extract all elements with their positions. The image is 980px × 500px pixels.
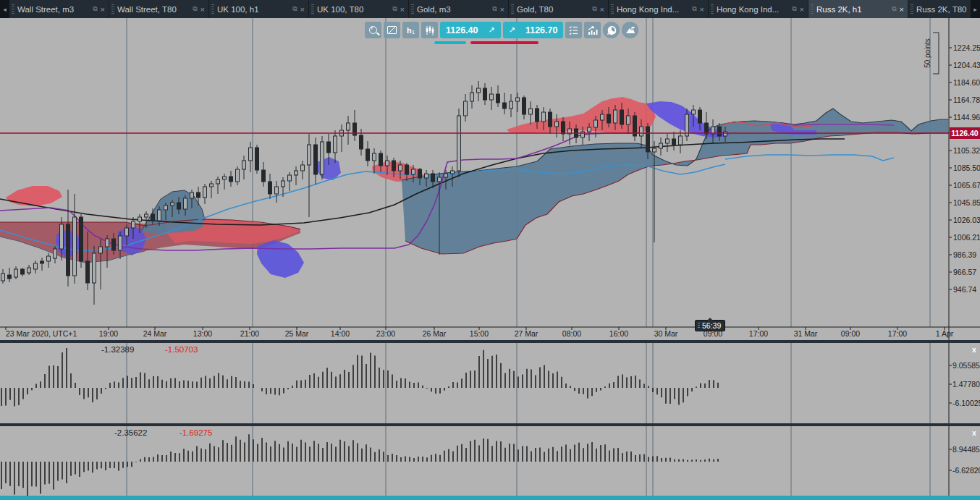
tab-uk-100-t80[interactable]: UK 100, T80⧉×	[309, 0, 408, 18]
chart-settings-button[interactable]	[384, 22, 400, 38]
panel2-value-dark: -2.35622	[114, 428, 147, 437]
tab-wall-street-m3[interactable]: Wall Street, m3⧉×	[9, 0, 109, 18]
tab-hong-kong-ind[interactable]: Hong Kong Ind...⧉×	[709, 0, 808, 18]
tab-popout-icon[interactable]: ⧉	[892, 5, 896, 13]
time-axis-label: 25 Mar	[285, 329, 309, 338]
tab-popout-icon[interactable]: ⧉	[692, 5, 696, 13]
tab-label: Russ 2K, h1	[816, 5, 889, 14]
panel-separator[interactable]	[0, 340, 980, 343]
price-axis-label: 1105.32	[953, 146, 980, 155]
tab-grip-icon[interactable]	[911, 4, 913, 14]
candle-countdown-tooltip: 56:39	[695, 320, 725, 331]
time-axis-label: 24 Mar	[143, 329, 167, 338]
tab-close-icon[interactable]: ×	[900, 5, 904, 14]
chart-tab-bar: ◂ Wall Street, m3⧉×Wall Street, T80⧉×UK …	[0, 0, 980, 18]
stats-arrow-icon	[588, 25, 598, 35]
tab-close-icon[interactable]: ×	[600, 5, 604, 14]
tab-close-icon[interactable]: ×	[800, 5, 804, 14]
sell-button[interactable]: 1126.40 ↗	[440, 22, 501, 38]
order-list-button[interactable]	[565, 22, 582, 38]
window-bottom-strip	[0, 496, 980, 500]
sell-price: 1126.40	[446, 25, 478, 35]
time-axis-label: 08:00	[562, 329, 581, 338]
panel1-axis-label: 1.47780	[952, 380, 980, 389]
tab-close-icon[interactable]: ×	[700, 5, 704, 14]
tab-label: Wall Street, T80	[117, 5, 190, 14]
tab-popout-icon[interactable]: ⧉	[193, 5, 197, 13]
tab-popout-icon[interactable]: ⧉	[392, 5, 397, 13]
time-axis-label: 09:00	[841, 329, 860, 338]
tab-grip-icon[interactable]	[611, 4, 614, 14]
tab-close-icon[interactable]: ×	[200, 5, 205, 14]
tab-uk-100-h1[interactable]: UK 100, h1⧉×	[209, 0, 308, 18]
tab-grip-icon[interactable]	[411, 4, 414, 14]
tab-close-icon[interactable]: ×	[300, 5, 305, 14]
time-axis-label: 23:00	[376, 329, 395, 338]
tab-close-icon[interactable]: ×	[101, 5, 105, 14]
tab-popout-icon[interactable]: ⧉	[592, 5, 596, 13]
indicators-button[interactable]	[584, 22, 601, 38]
time-axis-label: 19:00	[99, 329, 118, 338]
buy-arrow-icon: ↗	[509, 25, 515, 35]
tab-scroll-left-icon[interactable]: ◂	[0, 0, 9, 18]
time-axis-label: 1 Apr	[936, 329, 954, 338]
tab-russ-2k-h1[interactable]: Russ 2K, h1⧉×	[808, 0, 908, 18]
tab-grip-icon[interactable]	[211, 4, 214, 14]
zoom-button[interactable]	[365, 22, 381, 38]
tab-close-icon[interactable]: ×	[400, 5, 405, 14]
price-axis-label: 946.74	[953, 285, 976, 294]
tab-popout-icon[interactable]: ⧉	[492, 5, 497, 13]
tab-popout-icon[interactable]: ⧉	[93, 5, 97, 13]
price-axis-label: 1164.78	[953, 96, 980, 104]
time-axis-label: 31 Mar	[794, 329, 818, 338]
price-axis-label: 1085.50	[953, 164, 980, 172]
tab-popout-icon[interactable]: ⧉	[792, 5, 796, 13]
sentiment-button[interactable]	[603, 22, 620, 38]
buy-price: 1126.70	[525, 25, 558, 35]
price-axis-label: 986.39	[953, 250, 976, 259]
tab-label: Russ 2K, T80	[916, 5, 971, 14]
panel-separator[interactable]	[0, 423, 980, 426]
trading-terminal-window: 50 points ◂ Wall Street, m3⧉×Wall Street…	[0, 0, 980, 500]
tab-close-icon[interactable]: ×	[500, 5, 504, 14]
panel1-value-dark: -1.32389	[101, 345, 134, 354]
pie-bubble-icon	[607, 25, 617, 35]
current-price-badge: 1126.40	[950, 127, 980, 139]
panel2-axis-label: -6.62820	[952, 466, 980, 475]
panel1-close-button[interactable]: x	[970, 345, 979, 354]
chart-type-button[interactable]	[421, 22, 438, 38]
tab-grip-icon[interactable]	[311, 4, 314, 14]
tab-russ-2k-t80[interactable]: Russ 2K, T80⧉×	[908, 0, 971, 18]
time-axis-label: 26 Mar	[423, 329, 447, 338]
tab-scroll-right-icon[interactable]: ▸	[971, 0, 980, 18]
time-axis-label: 23 Mar 2020, UTC+1	[6, 329, 77, 338]
tab-gold-t80[interactable]: Gold, T80⧉×	[509, 0, 608, 18]
tab-grip-icon[interactable]	[12, 4, 14, 14]
tab-grip-icon[interactable]	[111, 4, 114, 14]
time-axis-label: 16:00	[609, 329, 628, 338]
buy-button[interactable]: ↗ 1126.70	[503, 22, 564, 38]
snapshot-button[interactable]	[622, 22, 638, 38]
countdown-text: 56:39	[702, 321, 721, 331]
time-axis-label: 17:00	[888, 329, 907, 338]
price-axis-label: 1224.25	[953, 43, 980, 52]
price-axis-label: 1045.85	[953, 198, 980, 207]
time-axis-label: 30 Mar	[654, 329, 678, 338]
price-axis-label: 1065.67	[953, 181, 980, 190]
chart-toolbar: h 1 1126.40 ↗ ↗ 1126.70	[365, 22, 638, 38]
tab-hong-kong-ind[interactable]: Hong Kong Ind...⧉×	[609, 0, 708, 18]
tab-grip-icon[interactable]	[511, 4, 514, 14]
tab-label: Hong Kong Ind...	[617, 5, 689, 14]
timeframe-button[interactable]: h 1	[402, 22, 419, 38]
panel2-close-button[interactable]: x	[970, 428, 979, 437]
sell-arrow-icon: ↗	[489, 25, 495, 35]
tab-grip-icon[interactable]	[811, 4, 814, 14]
time-axis-label: 17:00	[749, 329, 768, 338]
tab-gold-m3[interactable]: Gold, m3⧉×	[409, 0, 508, 18]
panel1-axis-label: -6.10025	[952, 399, 980, 407]
tab-popout-icon[interactable]: ⧉	[292, 5, 297, 13]
chart-settings-icon	[387, 26, 397, 34]
time-axis-label: 15:00	[470, 329, 489, 338]
tab-wall-street-t80[interactable]: Wall Street, T80⧉×	[109, 0, 208, 18]
tab-grip-icon[interactable]	[711, 4, 714, 14]
